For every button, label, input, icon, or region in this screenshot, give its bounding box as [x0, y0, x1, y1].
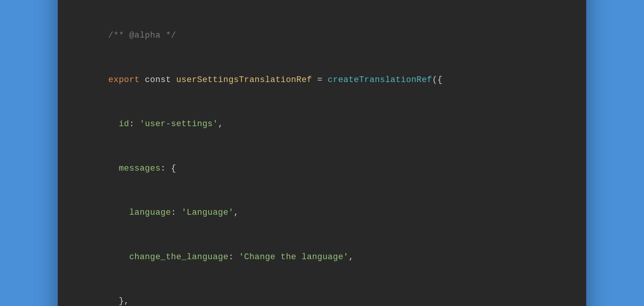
change-val: 'Change the language'	[239, 252, 349, 262]
id-val: 'user-settings'	[140, 119, 218, 129]
code-editor: import { createTranslationRef } from '@b…	[58, 0, 586, 306]
comma-6: ,	[234, 208, 239, 217]
code-line-5: messages: {	[77, 146, 567, 191]
paren-open: ({	[432, 75, 443, 85]
keyword-export: export	[108, 75, 140, 85]
alpha-comment: /** @alpha */	[108, 31, 176, 40]
close-messages: },	[108, 296, 129, 306]
code-line-comment: /** @alpha */	[77, 14, 567, 58]
language-val: 'Language'	[181, 208, 234, 217]
equals: =	[312, 75, 328, 85]
colon-4: :	[129, 119, 139, 129]
keyword-const: const	[140, 75, 177, 85]
colon-5: : {	[160, 164, 176, 173]
language-key: language	[108, 208, 171, 217]
blank-line-1	[77, 0, 567, 14]
code-line-6: language: 'Language',	[77, 191, 567, 235]
func-call: createTranslationRef	[328, 75, 432, 85]
id-key: id	[108, 119, 129, 129]
code-line-3: export const userSettingsTranslationRef …	[77, 58, 567, 102]
code-line-8: },	[77, 280, 567, 306]
code-line-4: id: 'user-settings',	[77, 102, 567, 147]
code-line-7: change_the_language: 'Change the languag…	[77, 235, 567, 280]
var-name: userSettingsTranslationRef	[176, 75, 312, 85]
colon-7: :	[229, 252, 239, 262]
comma-7: ,	[348, 252, 354, 262]
change-key: change_the_language	[108, 252, 229, 262]
code-window: import { createTranslationRef } from '@b…	[58, 0, 586, 306]
colon-6: :	[171, 208, 181, 217]
comma-4: ,	[218, 119, 223, 129]
messages-key: messages	[108, 164, 160, 173]
